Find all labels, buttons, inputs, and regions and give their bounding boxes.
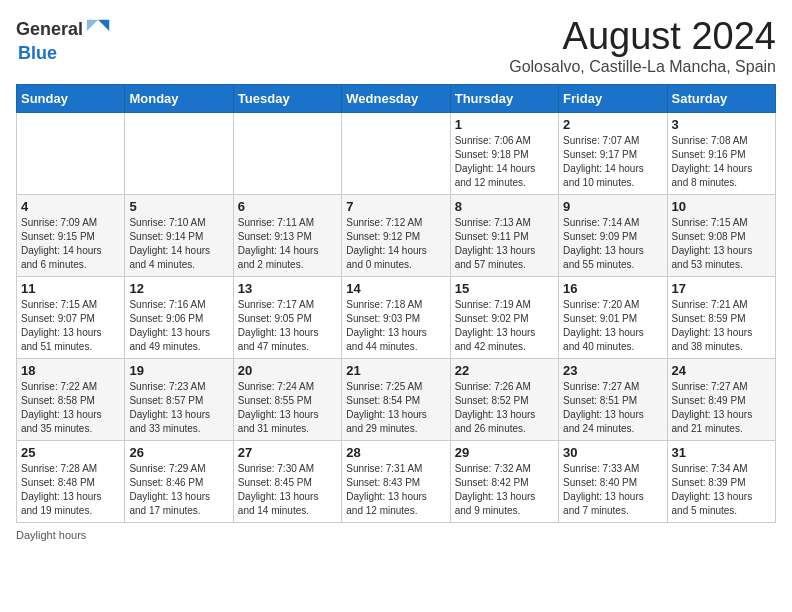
daylight-note: Daylight hours <box>16 529 86 541</box>
day-info: Sunrise: 7:06 AM Sunset: 9:18 PM Dayligh… <box>455 134 554 190</box>
table-cell: 29Sunrise: 7:32 AM Sunset: 8:42 PM Dayli… <box>450 440 558 522</box>
week-row-1: 1Sunrise: 7:06 AM Sunset: 9:18 PM Daylig… <box>17 112 776 194</box>
logo-icon <box>85 16 113 44</box>
page-header: General Blue August 2024 Golosalvo, Cast… <box>16 16 776 76</box>
day-number: 16 <box>563 281 662 296</box>
day-info: Sunrise: 7:08 AM Sunset: 9:16 PM Dayligh… <box>672 134 771 190</box>
day-number: 23 <box>563 363 662 378</box>
day-info: Sunrise: 7:13 AM Sunset: 9:11 PM Dayligh… <box>455 216 554 272</box>
location-subtitle: Golosalvo, Castille-La Mancha, Spain <box>509 58 776 76</box>
day-number: 27 <box>238 445 337 460</box>
day-info: Sunrise: 7:24 AM Sunset: 8:55 PM Dayligh… <box>238 380 337 436</box>
day-number: 28 <box>346 445 445 460</box>
day-info: Sunrise: 7:31 AM Sunset: 8:43 PM Dayligh… <box>346 462 445 518</box>
day-info: Sunrise: 7:33 AM Sunset: 8:40 PM Dayligh… <box>563 462 662 518</box>
table-cell: 20Sunrise: 7:24 AM Sunset: 8:55 PM Dayli… <box>233 358 341 440</box>
day-number: 7 <box>346 199 445 214</box>
day-number: 22 <box>455 363 554 378</box>
day-number: 18 <box>21 363 120 378</box>
table-cell: 17Sunrise: 7:21 AM Sunset: 8:59 PM Dayli… <box>667 276 775 358</box>
day-number: 10 <box>672 199 771 214</box>
day-number: 13 <box>238 281 337 296</box>
day-number: 25 <box>21 445 120 460</box>
day-number: 12 <box>129 281 228 296</box>
day-number: 2 <box>563 117 662 132</box>
day-number: 21 <box>346 363 445 378</box>
day-number: 5 <box>129 199 228 214</box>
day-number: 14 <box>346 281 445 296</box>
table-cell: 27Sunrise: 7:30 AM Sunset: 8:45 PM Dayli… <box>233 440 341 522</box>
week-row-2: 4Sunrise: 7:09 AM Sunset: 9:15 PM Daylig… <box>17 194 776 276</box>
week-row-4: 18Sunrise: 7:22 AM Sunset: 8:58 PM Dayli… <box>17 358 776 440</box>
table-cell <box>342 112 450 194</box>
day-number: 24 <box>672 363 771 378</box>
week-row-5: 25Sunrise: 7:28 AM Sunset: 8:48 PM Dayli… <box>17 440 776 522</box>
table-cell: 13Sunrise: 7:17 AM Sunset: 9:05 PM Dayli… <box>233 276 341 358</box>
table-cell: 1Sunrise: 7:06 AM Sunset: 9:18 PM Daylig… <box>450 112 558 194</box>
table-cell: 7Sunrise: 7:12 AM Sunset: 9:12 PM Daylig… <box>342 194 450 276</box>
logo-general-text: General <box>16 20 83 40</box>
day-number: 26 <box>129 445 228 460</box>
weekday-header-wednesday: Wednesday <box>342 84 450 112</box>
table-cell: 9Sunrise: 7:14 AM Sunset: 9:09 PM Daylig… <box>559 194 667 276</box>
day-info: Sunrise: 7:27 AM Sunset: 8:49 PM Dayligh… <box>672 380 771 436</box>
table-cell <box>17 112 125 194</box>
table-cell: 4Sunrise: 7:09 AM Sunset: 9:15 PM Daylig… <box>17 194 125 276</box>
footer-note: Daylight hours <box>16 529 776 541</box>
day-info: Sunrise: 7:19 AM Sunset: 9:02 PM Dayligh… <box>455 298 554 354</box>
table-cell: 18Sunrise: 7:22 AM Sunset: 8:58 PM Dayli… <box>17 358 125 440</box>
table-cell: 2Sunrise: 7:07 AM Sunset: 9:17 PM Daylig… <box>559 112 667 194</box>
logo: General Blue <box>16 16 113 64</box>
day-info: Sunrise: 7:22 AM Sunset: 8:58 PM Dayligh… <box>21 380 120 436</box>
day-number: 8 <box>455 199 554 214</box>
day-info: Sunrise: 7:11 AM Sunset: 9:13 PM Dayligh… <box>238 216 337 272</box>
table-cell: 5Sunrise: 7:10 AM Sunset: 9:14 PM Daylig… <box>125 194 233 276</box>
day-number: 1 <box>455 117 554 132</box>
table-cell: 24Sunrise: 7:27 AM Sunset: 8:49 PM Dayli… <box>667 358 775 440</box>
table-cell: 25Sunrise: 7:28 AM Sunset: 8:48 PM Dayli… <box>17 440 125 522</box>
day-info: Sunrise: 7:21 AM Sunset: 8:59 PM Dayligh… <box>672 298 771 354</box>
day-info: Sunrise: 7:09 AM Sunset: 9:15 PM Dayligh… <box>21 216 120 272</box>
day-info: Sunrise: 7:10 AM Sunset: 9:14 PM Dayligh… <box>129 216 228 272</box>
table-cell: 10Sunrise: 7:15 AM Sunset: 9:08 PM Dayli… <box>667 194 775 276</box>
day-number: 19 <box>129 363 228 378</box>
table-cell: 22Sunrise: 7:26 AM Sunset: 8:52 PM Dayli… <box>450 358 558 440</box>
day-info: Sunrise: 7:26 AM Sunset: 8:52 PM Dayligh… <box>455 380 554 436</box>
table-cell: 23Sunrise: 7:27 AM Sunset: 8:51 PM Dayli… <box>559 358 667 440</box>
svg-marker-1 <box>87 20 98 31</box>
table-cell: 11Sunrise: 7:15 AM Sunset: 9:07 PM Dayli… <box>17 276 125 358</box>
day-info: Sunrise: 7:32 AM Sunset: 8:42 PM Dayligh… <box>455 462 554 518</box>
week-row-3: 11Sunrise: 7:15 AM Sunset: 9:07 PM Dayli… <box>17 276 776 358</box>
day-info: Sunrise: 7:14 AM Sunset: 9:09 PM Dayligh… <box>563 216 662 272</box>
day-info: Sunrise: 7:30 AM Sunset: 8:45 PM Dayligh… <box>238 462 337 518</box>
day-info: Sunrise: 7:12 AM Sunset: 9:12 PM Dayligh… <box>346 216 445 272</box>
table-cell: 26Sunrise: 7:29 AM Sunset: 8:46 PM Dayli… <box>125 440 233 522</box>
table-cell: 14Sunrise: 7:18 AM Sunset: 9:03 PM Dayli… <box>342 276 450 358</box>
day-number: 29 <box>455 445 554 460</box>
svg-marker-0 <box>98 20 109 31</box>
table-cell: 3Sunrise: 7:08 AM Sunset: 9:16 PM Daylig… <box>667 112 775 194</box>
day-number: 9 <box>563 199 662 214</box>
day-info: Sunrise: 7:16 AM Sunset: 9:06 PM Dayligh… <box>129 298 228 354</box>
day-info: Sunrise: 7:18 AM Sunset: 9:03 PM Dayligh… <box>346 298 445 354</box>
day-info: Sunrise: 7:15 AM Sunset: 9:07 PM Dayligh… <box>21 298 120 354</box>
month-year-title: August 2024 <box>509 16 776 58</box>
table-cell <box>233 112 341 194</box>
table-cell: 31Sunrise: 7:34 AM Sunset: 8:39 PM Dayli… <box>667 440 775 522</box>
day-number: 4 <box>21 199 120 214</box>
table-cell: 30Sunrise: 7:33 AM Sunset: 8:40 PM Dayli… <box>559 440 667 522</box>
table-cell: 6Sunrise: 7:11 AM Sunset: 9:13 PM Daylig… <box>233 194 341 276</box>
day-info: Sunrise: 7:07 AM Sunset: 9:17 PM Dayligh… <box>563 134 662 190</box>
day-info: Sunrise: 7:17 AM Sunset: 9:05 PM Dayligh… <box>238 298 337 354</box>
table-cell: 28Sunrise: 7:31 AM Sunset: 8:43 PM Dayli… <box>342 440 450 522</box>
day-number: 17 <box>672 281 771 296</box>
logo-blue-text: Blue <box>18 43 57 63</box>
day-info: Sunrise: 7:29 AM Sunset: 8:46 PM Dayligh… <box>129 462 228 518</box>
weekday-header-monday: Monday <box>125 84 233 112</box>
weekday-header-thursday: Thursday <box>450 84 558 112</box>
weekday-header-saturday: Saturday <box>667 84 775 112</box>
day-number: 6 <box>238 199 337 214</box>
weekday-header-sunday: Sunday <box>17 84 125 112</box>
day-info: Sunrise: 7:25 AM Sunset: 8:54 PM Dayligh… <box>346 380 445 436</box>
day-number: 15 <box>455 281 554 296</box>
